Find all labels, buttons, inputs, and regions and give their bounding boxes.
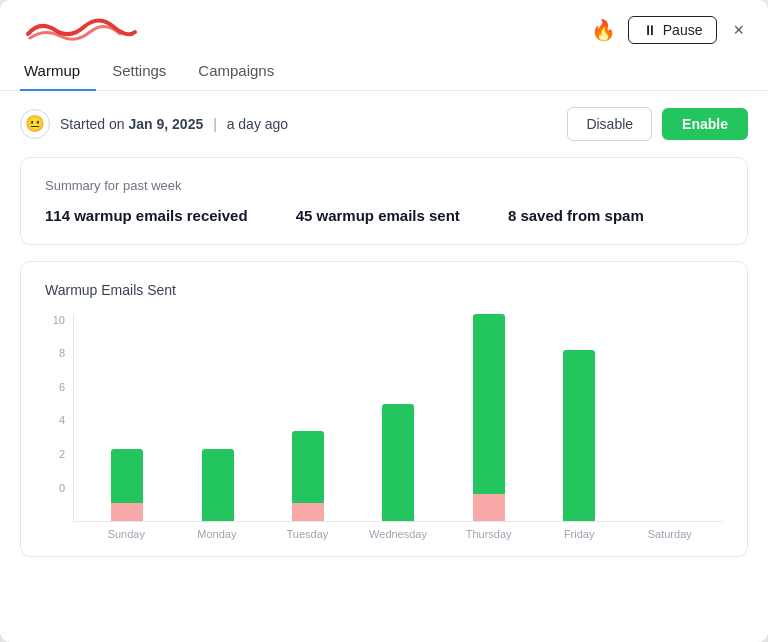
bar-salmon — [473, 494, 505, 521]
chart-container: 0 2 4 6 8 10 SundayMondayTuesdayWednesda… — [45, 314, 723, 540]
bar-group-friday — [534, 350, 624, 521]
close-button[interactable]: × — [729, 18, 748, 43]
enable-button[interactable]: Enable — [662, 108, 748, 140]
status-bar: 😐 Started on Jan 9, 2025 | a day ago Dis… — [0, 91, 768, 157]
y-axis: 0 2 4 6 8 10 — [45, 314, 65, 494]
y-label-10: 10 — [45, 314, 65, 326]
y-label-2: 2 — [45, 448, 65, 460]
bar-green — [202, 449, 234, 521]
logo-area — [20, 16, 140, 44]
bar-green — [473, 314, 505, 494]
bar-stack-monday — [202, 449, 234, 521]
bar-salmon — [111, 503, 143, 521]
x-labels: SundayMondayTuesdayWednesdayThursdayFrid… — [73, 522, 723, 540]
pause-label: Pause — [663, 22, 703, 38]
main-window: 🔥 ⏸ Pause × Warmup Settings Campaigns 😐 … — [0, 0, 768, 642]
bar-green — [111, 449, 143, 503]
bar-stack-tuesday — [292, 431, 324, 521]
bar-group-tuesday — [263, 431, 353, 521]
tab-warmup[interactable]: Warmup — [20, 52, 96, 91]
x-label-friday: Friday — [534, 522, 625, 540]
y-label-8: 8 — [45, 347, 65, 359]
stat-received: 114 warmup emails received — [45, 207, 248, 224]
status-left: 😐 Started on Jan 9, 2025 | a day ago — [20, 109, 288, 139]
chart-content: SundayMondayTuesdayWednesdayThursdayFrid… — [73, 314, 723, 540]
summary-label: Summary for past week — [45, 178, 723, 193]
bar-green — [292, 431, 324, 503]
stat-sent: 45 warmup emails sent — [296, 207, 460, 224]
status-emoji: 😐 — [20, 109, 50, 139]
x-label-sunday: Sunday — [81, 522, 172, 540]
chart-title: Warmup Emails Sent — [45, 282, 723, 298]
bar-group-monday — [172, 449, 262, 521]
summary-stats: 114 warmup emails received 45 warmup ema… — [45, 207, 723, 224]
y-label-0: 0 — [45, 482, 65, 494]
x-label-tuesday: Tuesday — [262, 522, 353, 540]
bar-group-sunday — [82, 449, 172, 521]
tab-campaigns[interactable]: Campaigns — [194, 52, 290, 91]
y-label-6: 6 — [45, 381, 65, 393]
bar-salmon — [292, 503, 324, 521]
bar-stack-sunday — [111, 449, 143, 521]
title-bar-right: 🔥 ⏸ Pause × — [591, 16, 748, 44]
fire-icon: 🔥 — [591, 18, 616, 42]
x-label-thursday: Thursday — [443, 522, 534, 540]
logo-icon — [20, 16, 140, 44]
bar-group-thursday — [444, 314, 534, 521]
x-label-wednesday: Wednesday — [353, 522, 444, 540]
pause-button[interactable]: ⏸ Pause — [628, 16, 718, 44]
status-text: Started on Jan 9, 2025 | a day ago — [60, 116, 288, 132]
pause-icon: ⏸ — [643, 22, 657, 38]
y-label-4: 4 — [45, 414, 65, 426]
title-bar: 🔥 ⏸ Pause × — [0, 0, 768, 52]
bars-row — [73, 314, 723, 522]
status-right: Disable Enable — [567, 107, 748, 141]
x-label-monday: Monday — [172, 522, 263, 540]
tab-settings[interactable]: Settings — [108, 52, 182, 91]
bar-stack-friday — [563, 350, 595, 521]
bar-green — [382, 404, 414, 521]
bar-green — [563, 350, 595, 521]
bar-stack-thursday — [473, 314, 505, 521]
summary-card: Summary for past week 114 warmup emails … — [20, 157, 748, 245]
chart-card: Warmup Emails Sent 0 2 4 6 8 10 SundayMo… — [20, 261, 748, 557]
x-label-saturday: Saturday — [624, 522, 715, 540]
disable-button[interactable]: Disable — [567, 107, 652, 141]
tabs-bar: Warmup Settings Campaigns — [0, 52, 768, 91]
bar-group-wednesday — [353, 404, 443, 521]
bar-stack-wednesday — [382, 404, 414, 521]
stat-spam: 8 saved from spam — [508, 207, 644, 224]
